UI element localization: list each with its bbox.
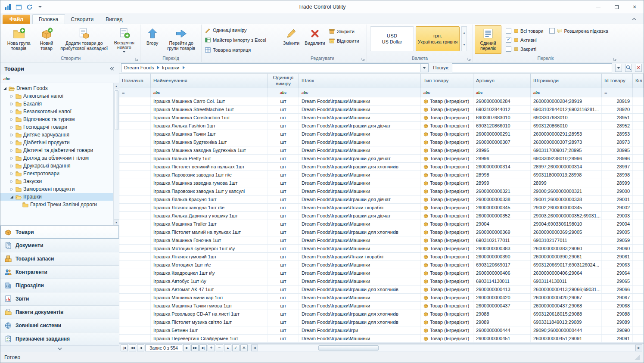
sidebar-item-documents[interactable]: Документи	[0, 239, 119, 252]
filter-cell[interactable]: =	[602, 88, 633, 97]
tree-node[interactable]: Дієтичні та діабетичні товари	[0, 146, 113, 154]
qat-dropdown-icon[interactable]	[36, 3, 44, 11]
grid-row[interactable]: Іграшка Лялька Fashion 1штштDream Foods\…	[119, 122, 644, 130]
checkbox-all-products[interactable]: Всі товари	[506, 27, 543, 35]
restore-product-button[interactable]: Відновити	[327, 36, 361, 45]
tree-node[interactable]: Безалкогольні напої	[0, 108, 113, 115]
breadcrumb-dropdown-icon[interactable]	[420, 64, 428, 72]
grid-row[interactable]: Іграшка Літачок гумовий 1штштDream Foods…	[119, 253, 644, 261]
append-record-button[interactable]: +	[208, 344, 215, 351]
scroll-down-icon[interactable]: ▼	[114, 219, 119, 225]
filter-cell[interactable]	[633, 88, 644, 97]
expand-arrow-icon[interactable]	[9, 180, 14, 183]
resize-grip[interactable]	[635, 355, 640, 360]
grid-row[interactable]: Іграшка Лялька Pretty 1штштDream Foods\І…	[119, 155, 644, 163]
edit-record-button[interactable]: ▲	[224, 344, 231, 351]
grid-row[interactable]: Іграшка Літачок заводна 1шт п\ештDream F…	[119, 204, 644, 212]
first-record-button[interactable]: |◀	[121, 344, 128, 351]
expand-arrow-icon[interactable]	[9, 110, 14, 114]
filter-cell[interactable]: =	[119, 88, 151, 97]
breadcrumb-item[interactable]: Іграшки	[162, 65, 180, 70]
grid-row[interactable]: Іграшка Мотоцикл супергерої 1шт к\уштDre…	[119, 245, 644, 253]
tree-node[interactable]: Гаражі Треки Залізні дороги	[0, 201, 113, 208]
tree-scrollbar[interactable]: ▲ ▼	[113, 83, 119, 225]
sidebar-item-tasks[interactable]: Призначені завдання	[0, 332, 119, 346]
expand-arrow-icon[interactable]	[9, 156, 14, 160]
expand-arrow-icon[interactable]	[9, 125, 14, 129]
edit-button[interactable]: Змінити	[280, 25, 302, 54]
tree-node[interactable]: Електротовари	[0, 170, 113, 177]
column-header[interactable]: Тип товару	[421, 74, 473, 88]
column-header[interactable]: Id товару	[602, 74, 633, 88]
tab-file[interactable]: Файл	[3, 15, 30, 24]
delete-record-button[interactable]: −	[216, 344, 223, 351]
filter-cell[interactable]: abc	[421, 88, 473, 97]
breadcrumb[interactable]: Dream FoodsІграшки	[121, 63, 429, 72]
checkbox-extended-hint[interactable]: Розширена підказка	[549, 27, 608, 35]
column-header[interactable]: Одиниця виміру	[268, 74, 299, 88]
clear-search-icon[interactable]: ✕	[635, 64, 642, 72]
grid-row[interactable]: Іграшка Автобус 1шт к\уштDream Foods\Ігр…	[119, 277, 644, 285]
new-product-group-button[interactable]: Нова група товарів	[3, 25, 34, 54]
sidebar-item-stock[interactable]: Товарні запаси	[0, 252, 119, 266]
grid-row[interactable]: Іграшка Лялька Даринка у кошику 1штштDre…	[119, 212, 644, 220]
tree-node[interactable]: Dream Foods	[0, 84, 113, 92]
dialog-launcher-icon[interactable]	[135, 57, 138, 61]
delete-button[interactable]: Видалити	[303, 25, 327, 54]
units-of-measure-button[interactable]: Одиниці виміру	[203, 25, 248, 34]
tree-node[interactable]: Догляд за обличчям і тілом	[0, 154, 113, 162]
grid-row[interactable]: Іграшка Револьвер CD-A7 на листі 1штштDr…	[119, 310, 644, 318]
maximize-button[interactable]	[607, 1, 625, 13]
dialog-launcher-icon[interactable]	[467, 57, 471, 61]
scroll-left-icon[interactable]: ◀	[251, 344, 258, 351]
nav-overflow-icon[interactable]	[0, 346, 119, 352]
grid-row[interactable]: Іграшка Пістолет малий на пульках 1штштD…	[119, 228, 644, 236]
collapse-arrow-icon[interactable]	[3, 87, 7, 90]
column-header[interactable]: Артикул	[473, 74, 531, 88]
tree-node[interactable]: Відпочинок та туризм	[0, 115, 113, 123]
scrollbar-track[interactable]	[258, 344, 635, 351]
grid-row[interactable]: Іграшка Бетмен 1штштDream Foods\Іграшки\…	[119, 326, 644, 335]
column-header[interactable]: Штрихкоди	[531, 74, 602, 88]
grid-row[interactable]: Іграшка Машинка Carro Col. 1штштDream Fo…	[119, 97, 644, 105]
search-dropdown-icon[interactable]	[615, 64, 622, 72]
cancel-edit-button[interactable]: ✕	[240, 344, 248, 351]
tab-view[interactable]: Вигляд	[100, 15, 128, 24]
filter-cell[interactable]: abc	[473, 88, 531, 97]
add-products-to-invoice-button[interactable]: Додати товари до прибуткової накладної	[59, 25, 110, 54]
single-list-button[interactable]: Єдиний перелік	[475, 25, 501, 54]
minimize-button[interactable]	[589, 1, 607, 13]
tree-node[interactable]: Господарчі товари	[0, 123, 113, 131]
dialog-launcher-icon[interactable]	[361, 57, 365, 61]
goto-product-group-button[interactable]: Перейти до групи товарів	[163, 25, 199, 54]
sidebar-item-reports[interactable]: Звіти	[0, 292, 119, 306]
grid-row[interactable]: Іграшка Пістолет великий на пульках 1штш…	[119, 163, 644, 171]
grid-row[interactable]: Іграшка Мотоцикл 1шт п\ештDream Foods\Іг…	[119, 261, 644, 269]
go-up-button[interactable]: Вгору	[142, 25, 162, 54]
scroll-up-icon[interactable]: ▲	[114, 83, 119, 89]
tree-node[interactable]: Діабетічні продукти	[0, 139, 113, 146]
excel-import-wizard-button[interactable]: Майстер імпорту з Excel	[203, 35, 268, 44]
collapse-arrow-icon[interactable]	[9, 195, 14, 199]
text-filter-icon[interactable]: abc	[3, 77, 10, 81]
column-header[interactable]: Кіл	[633, 74, 644, 88]
sidebar-item-products[interactable]: Товари	[0, 226, 119, 239]
grid-row[interactable]: Іграшка Автомат АК-47 1штштDream Foods\І…	[119, 285, 644, 294]
dialog-launcher-icon[interactable]	[613, 57, 616, 61]
column-header[interactable]: Шлях	[299, 74, 421, 88]
scroll-down-icon[interactable]: ▼	[462, 39, 467, 51]
expand-arrow-icon[interactable]	[9, 141, 14, 145]
grid-row[interactable]: Іграшка Машинка заводна Будтехніка 1штшт…	[119, 146, 644, 155]
tab-home[interactable]: Головна	[32, 14, 65, 24]
grid-row[interactable]: Іграшка Машинка Тачки 1штштDream Foods\І…	[119, 130, 644, 138]
new-product-button[interactable]: Новий товар	[35, 25, 58, 54]
filter-cell[interactable]: abc	[531, 88, 602, 97]
grid-row[interactable]: Іграшка Паровозик заводна 1шт у капсуліш…	[119, 187, 644, 195]
tree-node[interactable]: Іграшки	[0, 193, 113, 201]
search-input[interactable]	[452, 63, 612, 72]
collapse-sidebar-icon[interactable]	[108, 65, 115, 72]
expand-arrow-icon[interactable]	[9, 102, 14, 106]
tree-node[interactable]: Алкогольні напої	[0, 92, 113, 100]
filter-cell[interactable]: abc	[268, 88, 299, 97]
horizontal-scrollbar[interactable]: ◀ ▶	[251, 344, 642, 351]
